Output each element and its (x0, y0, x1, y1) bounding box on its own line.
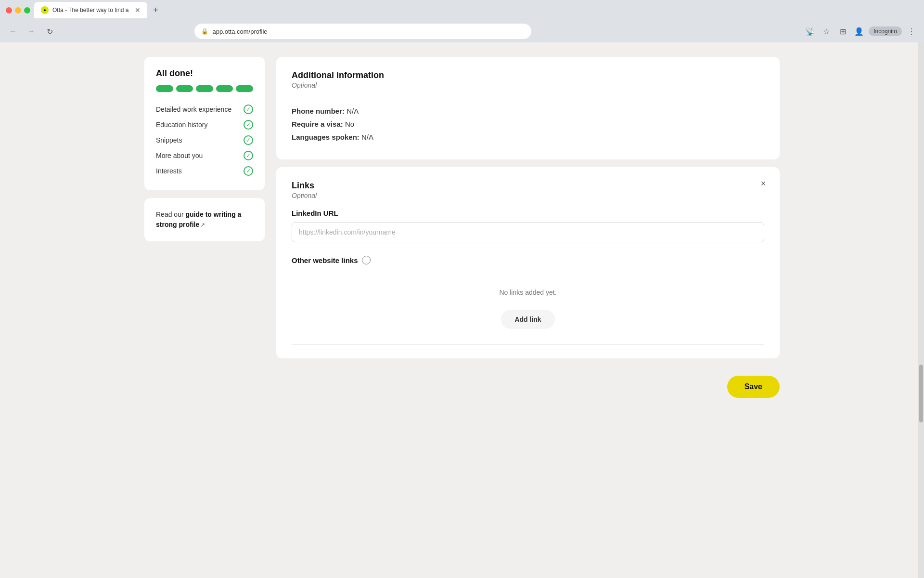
links-card: × Links Optional LinkedIn URL Other webs… (276, 167, 780, 358)
check-icon-work: ✓ (244, 105, 253, 114)
visa-row: Require a visa: No (292, 120, 764, 128)
active-tab[interactable]: ● Otta - The better way to find a ✕ (34, 2, 147, 18)
additional-info-subtitle: Optional (292, 81, 764, 89)
links-subtitle: Optional (292, 192, 764, 199)
extensions-icon[interactable]: ⊞ (836, 25, 849, 38)
progress-dots (156, 85, 253, 92)
checklist-item-interests: Interests ✓ (156, 163, 253, 179)
check-icon-interests: ✓ (244, 166, 253, 176)
other-links-title: Other website links (292, 256, 358, 264)
progress-dot-5 (236, 85, 253, 92)
visa-value: No (345, 120, 354, 128)
links-title: Links (292, 181, 764, 191)
add-link-button[interactable]: Add link (501, 310, 554, 329)
forward-button[interactable]: → (24, 24, 38, 39)
phone-value: N/A (346, 107, 359, 115)
new-tab-button[interactable]: + (149, 3, 163, 17)
progress-dot-4 (216, 85, 233, 92)
checklist-label-work: Detailed work experience (156, 105, 231, 113)
tab-close-button[interactable]: ✕ (135, 6, 141, 14)
progress-dot-2 (176, 85, 193, 92)
linkedin-input[interactable] (292, 222, 764, 242)
guide-text-prefix: Read our (156, 210, 185, 218)
guide-card: Read our guide to writing a strong profi… (144, 198, 265, 241)
linkedin-label: LinkedIn URL (292, 209, 764, 217)
phone-row: Phone number: N/A (292, 107, 764, 115)
check-icon-snippets: ✓ (244, 135, 253, 145)
check-icon-education: ✓ (244, 120, 253, 130)
external-link-icon: ↗ (200, 221, 205, 229)
close-button[interactable]: × (757, 177, 770, 190)
incognito-label: Incognito (873, 28, 897, 35)
no-links-text: No links added yet. (292, 274, 764, 301)
cast-icon[interactable]: 📡 (803, 25, 817, 38)
nav-icons: 📡 ☆ ⊞ 👤 Incognito ⋮ (803, 25, 918, 38)
minimize-traffic-light[interactable] (15, 7, 21, 13)
checklist-item-work: Detailed work experience ✓ (156, 102, 253, 117)
tab-favicon: ● (41, 6, 49, 14)
languages-value: N/A (361, 133, 373, 141)
save-button[interactable]: Save (727, 376, 780, 398)
tab-title: Otta - The better way to find a (52, 7, 129, 13)
save-btn-container: Save (276, 366, 780, 407)
close-traffic-light[interactable] (6, 7, 12, 13)
checklist-item-snippets: Snippets ✓ (156, 132, 253, 148)
progress-dot-3 (196, 85, 213, 92)
checklist-label-snippets: Snippets (156, 136, 182, 144)
card-divider-bottom (292, 344, 764, 345)
completion-title: All done! (156, 68, 253, 79)
main-content: Additional information Optional Phone nu… (276, 57, 780, 407)
scrollbar-track (918, 42, 924, 578)
tab-bar: ● Otta - The better way to find a ✕ + (34, 2, 918, 18)
profile-icon[interactable]: 👤 (852, 25, 866, 38)
refresh-button[interactable]: ↻ (42, 24, 57, 39)
phone-label: Phone number: (292, 107, 345, 115)
checklist-label-interests: Interests (156, 167, 182, 175)
progress-dot-1 (156, 85, 173, 92)
address-bar[interactable]: 🔒 app.otta.com/profile (194, 24, 531, 39)
back-button[interactable]: ← (6, 24, 20, 39)
address-text: app.otta.com/profile (212, 28, 267, 35)
maximize-traffic-light[interactable] (24, 7, 30, 13)
menu-icon[interactable]: ⋮ (905, 25, 918, 38)
visa-label: Require a visa: (292, 120, 343, 128)
incognito-badge: Incognito (869, 26, 902, 36)
info-icon[interactable]: i (362, 256, 371, 264)
other-links-header: Other website links i (292, 256, 764, 264)
bookmark-icon[interactable]: ☆ (820, 25, 833, 38)
additional-info-card: Additional information Optional Phone nu… (276, 57, 780, 159)
browser-title-bar: ● Otta - The better way to find a ✕ + (0, 0, 924, 20)
section-divider (292, 99, 764, 99)
other-links-section: Other website links i No links added yet… (292, 256, 764, 329)
page-content: All done! Detailed work experience ✓ Edu… (125, 42, 799, 422)
completion-card: All done! Detailed work experience ✓ Edu… (144, 57, 265, 190)
checklist-item-about: More about you ✓ (156, 148, 253, 163)
checklist-label-about: More about you (156, 152, 203, 159)
browser-nav-bar: ← → ↻ 🔒 app.otta.com/profile 📡 ☆ ⊞ 👤 Inc… (0, 20, 924, 42)
languages-label: Languages spoken: (292, 133, 359, 141)
traffic-lights (6, 7, 30, 13)
lock-icon: 🔒 (201, 28, 208, 35)
checklist-label-education: Education history (156, 121, 207, 129)
checklist: Detailed work experience ✓ Education his… (156, 102, 253, 179)
languages-row: Languages spoken: N/A (292, 133, 764, 141)
checklist-item-education: Education history ✓ (156, 117, 253, 132)
additional-info-title: Additional information (292, 70, 764, 80)
browser-chrome: ● Otta - The better way to find a ✕ + ← … (0, 0, 924, 42)
scrollbar-thumb[interactable] (919, 365, 923, 422)
check-icon-about: ✓ (244, 151, 253, 160)
sidebar: All done! Detailed work experience ✓ Edu… (144, 57, 265, 407)
